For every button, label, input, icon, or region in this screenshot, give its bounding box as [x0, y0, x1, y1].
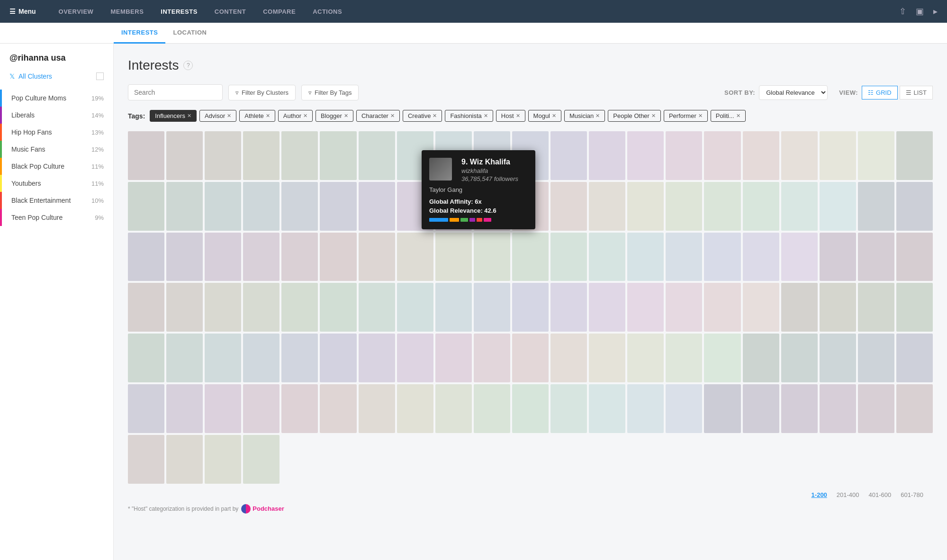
grid-cell[interactable]	[359, 334, 395, 382]
tag-creative[interactable]: Creative ✕	[403, 110, 442, 122]
grid-cell[interactable]	[820, 131, 856, 180]
nav-content[interactable]: CONTENT	[206, 0, 254, 23]
grid-cell[interactable]	[281, 131, 318, 180]
grid-cell[interactable]	[281, 283, 318, 332]
chart-icon[interactable]: ▸	[933, 6, 938, 17]
tag-remove-icon[interactable]: ✕	[303, 113, 307, 119]
grid-cell[interactable]	[704, 283, 740, 332]
filter-tags-button[interactable]: ▿ Filter By Tags	[301, 85, 359, 100]
tag-remove-icon[interactable]: ✕	[516, 113, 520, 119]
grid-cell[interactable]	[359, 283, 395, 332]
nav-actions[interactable]: ACTIONS	[304, 0, 351, 23]
grid-cell[interactable]	[704, 233, 740, 281]
grid-cell[interactable]	[550, 131, 587, 180]
grid-cell[interactable]	[589, 131, 625, 180]
page-201-400[interactable]: 201-400	[837, 491, 859, 498]
grid-cell[interactable]	[550, 233, 587, 281]
camera-icon[interactable]: ▣	[916, 6, 924, 17]
grid-cell[interactable]	[858, 233, 894, 281]
grid-cell[interactable]	[205, 384, 241, 433]
grid-cell[interactable]	[743, 182, 779, 231]
grid-cell[interactable]	[397, 233, 433, 281]
grid-cell[interactable]	[704, 384, 740, 433]
grid-cell[interactable]	[474, 233, 510, 281]
grid-cell[interactable]	[896, 334, 933, 382]
grid-cell[interactable]	[550, 182, 587, 231]
tag-performer[interactable]: Performer ✕	[664, 110, 708, 122]
grid-cell[interactable]	[858, 131, 894, 180]
grid-cell[interactable]	[896, 131, 933, 180]
tag-mogul[interactable]: Mogul ✕	[528, 110, 561, 122]
sidebar-all-clusters[interactable]: 𝕏 All Clusters	[0, 69, 113, 84]
sub-nav-interests[interactable]: INTERESTS	[114, 23, 165, 44]
sub-nav-location[interactable]: LOCATION	[165, 23, 214, 44]
grid-cell[interactable]	[589, 233, 625, 281]
grid-cell[interactable]	[435, 334, 472, 382]
grid-cell[interactable]	[858, 182, 894, 231]
grid-cell[interactable]	[589, 283, 625, 332]
grid-cell[interactable]	[627, 334, 664, 382]
grid-cell[interactable]	[896, 233, 933, 281]
nav-interests[interactable]: INTERESTS	[152, 0, 206, 23]
tag-remove-icon[interactable]: ✕	[433, 113, 437, 119]
grid-cell[interactable]	[627, 233, 664, 281]
grid-cell[interactable]	[128, 131, 164, 180]
grid-cell[interactable]	[858, 283, 894, 332]
grid-cell[interactable]	[704, 182, 740, 231]
grid-cell[interactable]	[743, 334, 779, 382]
grid-cell[interactable]	[397, 334, 433, 382]
nav-members[interactable]: MEMBERS	[102, 0, 152, 23]
grid-cell[interactable]	[166, 334, 203, 382]
grid-cell[interactable]	[627, 182, 664, 231]
tag-remove-icon[interactable]: ✕	[552, 113, 556, 119]
grid-cell[interactable]	[474, 334, 510, 382]
grid-cell[interactable]	[435, 283, 472, 332]
grid-cell[interactable]	[589, 334, 625, 382]
grid-cell[interactable]	[205, 435, 241, 484]
page-401-600[interactable]: 401-600	[869, 491, 892, 498]
grid-cell[interactable]	[435, 233, 472, 281]
grid-cell[interactable]	[205, 283, 241, 332]
tag-host[interactable]: Host ✕	[496, 110, 525, 122]
grid-cell[interactable]	[666, 131, 702, 180]
grid-cell[interactable]	[666, 182, 702, 231]
tag-politi[interactable]: Politi... ✕	[711, 110, 746, 122]
grid-cell[interactable]	[512, 233, 549, 281]
sidebar-item-music-fans[interactable]: Music Fans 12%	[0, 141, 113, 158]
grid-cell[interactable]	[128, 182, 164, 231]
tag-remove-icon[interactable]: ✕	[736, 113, 740, 119]
grid-cell[interactable]	[666, 233, 702, 281]
grid-cell[interactable]	[781, 334, 818, 382]
grid-cell[interactable]	[166, 435, 203, 484]
grid-cell[interactable]	[166, 131, 203, 180]
tag-character[interactable]: Character ✕	[356, 110, 400, 122]
grid-cell[interactable]	[205, 233, 241, 281]
grid-cell[interactable]	[397, 384, 433, 433]
grid-cell[interactable]	[666, 283, 702, 332]
grid-view-button[interactable]: ☷ GRID	[862, 86, 898, 99]
tag-remove-icon[interactable]: ✕	[344, 113, 348, 119]
grid-cell[interactable]	[128, 435, 164, 484]
grid-cell[interactable]	[320, 131, 356, 180]
grid-cell[interactable]	[666, 384, 702, 433]
grid-cell[interactable]	[128, 233, 164, 281]
grid-cell[interactable]	[474, 283, 510, 332]
grid-cell[interactable]	[781, 182, 818, 231]
list-view-button[interactable]: ☰ LIST	[900, 86, 933, 99]
grid-cell[interactable]	[397, 283, 433, 332]
grid-cell[interactable]	[512, 384, 549, 433]
grid-cell[interactable]	[243, 182, 280, 231]
grid-cell[interactable]	[205, 131, 241, 180]
tag-author[interactable]: Author ✕	[278, 110, 313, 122]
tag-remove-icon[interactable]: ✕	[266, 113, 270, 119]
tag-advisor[interactable]: Advisor ✕	[199, 110, 236, 122]
grid-cell[interactable]	[550, 334, 587, 382]
grid-cell[interactable]	[627, 131, 664, 180]
help-icon[interactable]: ?	[183, 61, 193, 70]
grid-cell[interactable]	[896, 182, 933, 231]
tag-fashionista[interactable]: Fashionista ✕	[445, 110, 493, 122]
grid-cell[interactable]	[166, 384, 203, 433]
grid-cell[interactable]	[359, 233, 395, 281]
tag-musician[interactable]: Musician ✕	[564, 110, 605, 122]
search-input[interactable]	[128, 84, 223, 100]
